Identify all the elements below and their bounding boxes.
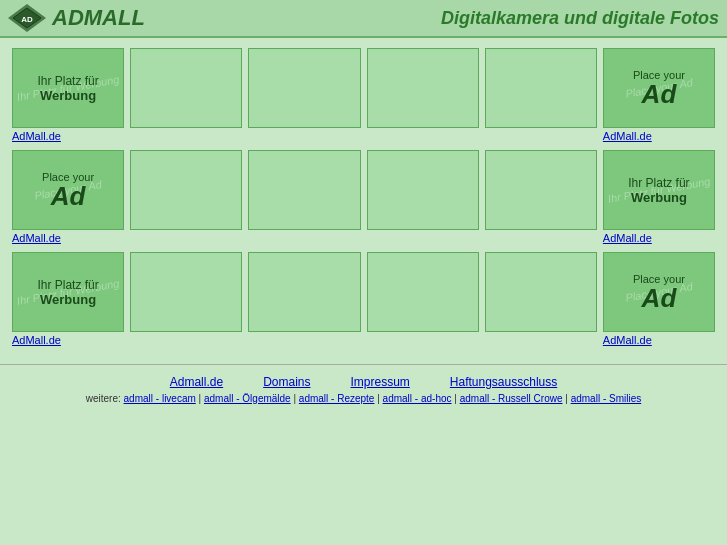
ad-section-1: Ihr Platz für Werbung Ihr Platz für Werb… — [12, 48, 715, 142]
footer-link-haftung[interactable]: Haftungsausschluss — [450, 375, 557, 389]
ad-row-2: Place your Ad Place your Ad AdMall.de — [12, 150, 715, 244]
ad-cell-3-1: Ihr Platz für Werbung Ihr Platz für Werb… — [12, 252, 124, 346]
ad-box-place-1[interactable]: Place your Ad Place your Ad — [603, 48, 715, 128]
ad-box-empty-3-4[interactable] — [367, 252, 479, 332]
ad-box-empty-1-3[interactable] — [248, 48, 360, 128]
footer-more-link-livecam[interactable]: admall - livecam — [124, 393, 196, 404]
ad-box-place-2[interactable]: Place your Ad Place your Ad — [12, 150, 124, 230]
footer-more: weitere: admall - livecam | admall - Ölg… — [0, 393, 727, 404]
ad-section-3: Ihr Platz für Werbung Ihr Platz für Werb… — [12, 252, 715, 346]
footer-links: Admall.de Domains Impressum Haftungsauss… — [0, 375, 727, 389]
ad-cell-2-2 — [130, 150, 242, 244]
footer: Admall.de Domains Impressum Haftungsauss… — [0, 364, 727, 408]
ad-box-ihr-platz-1[interactable]: Ihr Platz für Werbung Ihr Platz für Werb… — [12, 48, 124, 128]
ad-cell-3-5 — [485, 252, 597, 346]
ad-cell-2-1: Place your Ad Place your Ad AdMall.de — [12, 150, 124, 244]
ad-box-empty-1-5[interactable] — [485, 48, 597, 128]
ad-link-1-1[interactable]: AdMall.de — [12, 130, 61, 142]
ad-cell-2-3 — [248, 150, 360, 244]
ad-box-empty-2-4[interactable] — [367, 150, 479, 230]
ad-box-empty-3-2[interactable] — [130, 252, 242, 332]
ad-link-1-6[interactable]: AdMall.de — [603, 130, 652, 142]
ad-box-empty-1-4[interactable] — [367, 48, 479, 128]
ad-box-empty-2-5[interactable] — [485, 150, 597, 230]
ad-cell-2-4 — [367, 150, 479, 244]
ad-cell-1-1: Ihr Platz für Werbung Ihr Platz für Werb… — [12, 48, 124, 142]
footer-link-impressum[interactable]: Impressum — [351, 375, 410, 389]
ad-box-place-3[interactable]: Place your Ad Place your Ad — [603, 252, 715, 332]
ad-box-empty-3-5[interactable] — [485, 252, 597, 332]
footer-more-link-oelgemaelde[interactable]: admall - Ölgemälde — [204, 393, 291, 404]
ad-cell-3-6: Place your Ad Place your Ad AdMall.de — [603, 252, 715, 346]
logo-diamond: AD — [8, 4, 46, 32]
footer-more-link-smilies[interactable]: admall - Smilies — [571, 393, 642, 404]
ad-cell-1-2 — [130, 48, 242, 142]
ad-cell-1-3 — [248, 48, 360, 142]
ad-cell-1-4 — [367, 48, 479, 142]
ad-link-3-6[interactable]: AdMall.de — [603, 334, 652, 346]
ad-cell-3-2 — [130, 252, 242, 346]
ad-section-2: Place your Ad Place your Ad AdMall.de — [12, 150, 715, 244]
ad-row-3: Ihr Platz für Werbung Ihr Platz für Werb… — [12, 252, 715, 346]
footer-link-domains[interactable]: Domains — [263, 375, 310, 389]
ad-cell-3-4 — [367, 252, 479, 346]
ad-link-2-6[interactable]: AdMall.de — [603, 232, 652, 244]
footer-more-link-russell[interactable]: admall - Russell Crowe — [460, 393, 563, 404]
ad-link-2-1[interactable]: AdMall.de — [12, 232, 61, 244]
ad-box-ihr-platz-3[interactable]: Ihr Platz für Werbung Ihr Platz für Werb… — [12, 252, 124, 332]
ad-box-ihr-platz-2[interactable]: Ihr Platz für Werbung Ihr Platz für Werb… — [603, 150, 715, 230]
ad-box-empty-3-3[interactable] — [248, 252, 360, 332]
footer-more-link-adhoc[interactable]: admall - ad-hoc — [383, 393, 452, 404]
ad-link-3-1[interactable]: AdMall.de — [12, 334, 61, 346]
ad-cell-2-6: Ihr Platz für Werbung Ihr Platz für Werb… — [603, 150, 715, 244]
ad-cell-2-5 — [485, 150, 597, 244]
site-logo-text: ADMALL — [52, 5, 145, 31]
footer-more-link-rezepte[interactable]: admall - Rezepte — [299, 393, 375, 404]
header: AD ADMALL Digitalkamera und digitale Fot… — [0, 0, 727, 38]
ad-cell-3-3 — [248, 252, 360, 346]
footer-more-label: weitere: — [86, 393, 121, 404]
footer-link-admall[interactable]: Admall.de — [170, 375, 223, 389]
ad-row-1: Ihr Platz für Werbung Ihr Platz für Werb… — [12, 48, 715, 142]
ad-box-empty-2-3[interactable] — [248, 150, 360, 230]
ad-box-empty-2-2[interactable] — [130, 150, 242, 230]
logo-box: AD ADMALL — [8, 4, 145, 32]
svg-text:AD: AD — [21, 15, 33, 24]
main-content: Ihr Platz für Werbung Ihr Platz für Werb… — [0, 38, 727, 364]
ad-cell-1-6: Place your Ad Place your Ad AdMall.de — [603, 48, 715, 142]
header-slogan: Digitalkamera und digitale Fotos — [441, 8, 719, 29]
ad-cell-1-5 — [485, 48, 597, 142]
ad-box-empty-1-2[interactable] — [130, 48, 242, 128]
